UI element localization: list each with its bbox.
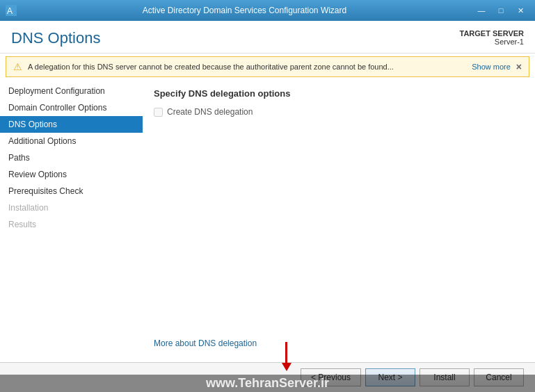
content-area: Specify DNS delegation options Create DN… (143, 80, 535, 362)
sidebar-item-review-options[interactable]: Review Options (0, 166, 143, 183)
show-more-link[interactable]: Show more (472, 63, 511, 71)
sidebar-item-paths[interactable]: Paths (0, 149, 143, 166)
server-info: TARGET SERVER Server-1 (460, 29, 525, 46)
window-controls: — □ ✕ (472, 3, 529, 17)
install-button[interactable]: Install (420, 368, 470, 386)
create-dns-delegation-checkbox[interactable] (154, 108, 163, 117)
dns-delegation-row: Create DNS delegation (154, 107, 524, 117)
title-bar: A Active Directory Domain Services Confi… (0, 0, 535, 21)
sidebar-item-dns-options[interactable]: DNS Options (0, 116, 143, 133)
server-name: Server-1 (460, 38, 525, 46)
main-body: Deployment Configuration Domain Controll… (0, 80, 535, 362)
footer: < Previous Next > Install Cancel (0, 362, 535, 392)
content-title: Specify DNS delegation options (154, 88, 524, 99)
sidebar-item-prerequisites-check[interactable]: Prerequisites Check (0, 183, 143, 199)
svg-text:A: A (7, 6, 13, 16)
warning-text: A delegation for this DNS server cannot … (28, 63, 466, 71)
previous-button[interactable]: < Previous (301, 368, 361, 386)
page-header: DNS Options TARGET SERVER Server-1 (0, 21, 535, 54)
window-title: Active Directory Domain Services Configu… (17, 6, 472, 15)
more-about-dns-link[interactable]: More about DNS delegation (154, 338, 524, 348)
sidebar-nav: Deployment Configuration Domain Controll… (0, 80, 143, 362)
window-content: DNS Options TARGET SERVER Server-1 ⚠ A d… (0, 21, 535, 392)
warning-icon: ⚠ (13, 61, 22, 72)
sidebar-item-additional-options[interactable]: Additional Options (0, 133, 143, 149)
sidebar-item-deployment-configuration[interactable]: Deployment Configuration (0, 83, 143, 99)
next-button[interactable]: Next > (365, 368, 415, 386)
app-icon: A (6, 5, 17, 16)
maximize-button[interactable]: □ (492, 3, 510, 17)
create-dns-delegation-label: Create DNS delegation (167, 107, 253, 117)
sidebar-item-domain-controller-options[interactable]: Domain Controller Options (0, 99, 143, 116)
content-spacer (154, 128, 524, 338)
arrow-head (282, 363, 292, 371)
sidebar-item-installation: Installation (0, 199, 143, 216)
server-label: TARGET SERVER (460, 29, 525, 38)
sidebar-item-results: Results (0, 216, 143, 233)
cancel-button[interactable]: Cancel (474, 368, 524, 386)
warning-close-button[interactable]: × (516, 61, 522, 72)
close-button[interactable]: ✕ (511, 3, 529, 17)
minimize-button[interactable]: — (472, 3, 490, 17)
warning-bar: ⚠ A delegation for this DNS server canno… (6, 56, 529, 77)
page-title: DNS Options (11, 29, 100, 47)
